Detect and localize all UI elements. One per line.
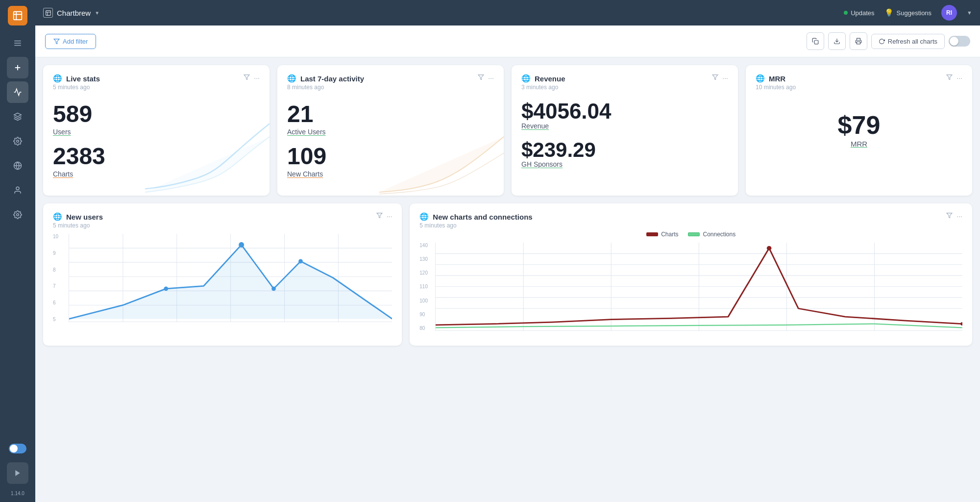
updates-label: Updates: [851, 9, 874, 17]
legend-connections-label: Connections: [703, 231, 735, 238]
new-charts-filter-icon[interactable]: [946, 212, 953, 220]
mrr-filter-icon[interactable]: [946, 74, 953, 82]
gh-sponsors-value: $239.29: [521, 140, 728, 160]
live-stats-actions: ···: [244, 74, 260, 82]
new-users-globe-icon: 🌐: [53, 212, 62, 221]
svg-marker-21: [712, 75, 718, 80]
sidebar-add-icon[interactable]: [7, 57, 28, 78]
main-area: Chartbrew ▼ Updates 💡 Suggestions RI ▼: [35, 0, 980, 502]
sidebar-settings-icon[interactable]: [7, 130, 28, 152]
print-button[interactable]: [850, 32, 867, 50]
revenue-card: 🌐 Revenue 3 minutes ago ···: [512, 65, 738, 196]
auto-refresh-toggle[interactable]: [949, 36, 970, 47]
charts-label: Charts: [53, 170, 260, 178]
topbar: Chartbrew ▼ Updates 💡 Suggestions RI ▼: [35, 0, 980, 25]
sidebar-user-icon[interactable]: [7, 179, 28, 201]
total-revenue-stat: $4056.04 Revenue: [521, 100, 728, 130]
mrr-label: MRR: [756, 140, 962, 148]
new-charts-line-chart: [436, 243, 962, 330]
new-users-actions: ···: [376, 212, 392, 220]
refresh-button[interactable]: Refresh all charts: [871, 34, 945, 49]
svg-point-37: [298, 259, 303, 263]
revenue-more-icon[interactable]: ···: [722, 74, 728, 82]
live-stats-title: Live stats: [66, 75, 100, 83]
last-7day-filter-icon[interactable]: [478, 74, 484, 82]
live-stats-content: 589 Users 2383 Charts: [53, 93, 260, 178]
refresh-icon: [879, 38, 885, 45]
chart-legend: Charts Connections: [419, 231, 962, 238]
live-stats-globe-icon: 🌐: [53, 74, 62, 83]
live-stats-card: 🌐 Live stats 5 minutes ago ···: [43, 65, 270, 196]
mrr-value: $79: [756, 112, 962, 138]
new-charts-more-icon[interactable]: ···: [956, 212, 962, 220]
live-stats-more-icon[interactable]: ···: [254, 74, 260, 82]
mrr-content: $79 MRR: [756, 93, 962, 148]
suggestions-label: Suggestions: [897, 9, 932, 17]
copy-button[interactable]: [807, 32, 824, 50]
mrr-title: MRR: [769, 75, 785, 83]
revenue-timestamp: 3 minutes ago: [521, 84, 565, 91]
new-charts-timestamp: 5 minutes ago: [419, 222, 532, 229]
live-stats-users: 589 Users: [53, 102, 260, 136]
sidebar-connections-icon[interactable]: [7, 106, 28, 127]
sidebar-global-icon[interactable]: [7, 155, 28, 176]
sidebar-play-icon[interactable]: [7, 462, 28, 484]
user-avatar[interactable]: RI: [941, 5, 957, 21]
new-charts-header: 🌐 New charts and connections 5 minutes a…: [419, 212, 962, 229]
sidebar-menu-icon[interactable]: [7, 32, 28, 54]
mrr-timestamp: 10 minutes ago: [756, 84, 796, 91]
last-7day-actions: ···: [478, 74, 494, 82]
updates-dot: [844, 11, 848, 15]
live-stats-header: 🌐 Live stats 5 minutes ago ···: [53, 74, 260, 91]
brand-chevron[interactable]: ▼: [95, 10, 99, 16]
dashboard: 🌐 Live stats 5 minutes ago ···: [35, 57, 980, 353]
legend-charts-label: Charts: [661, 231, 678, 238]
mrr-header: 🌐 MRR 10 minutes ago ···: [756, 74, 962, 91]
last-7day-header: 🌐 Last 7-day activity 8 minutes ago ···: [287, 74, 494, 91]
suggestions-link[interactable]: 💡 Suggestions: [884, 8, 932, 17]
new-charts-actions: ···: [946, 212, 962, 220]
new-charts-globe-icon: 🌐: [419, 212, 429, 221]
svg-marker-23: [377, 213, 382, 218]
new-users-y-labels: 10 9 8 7 6 5: [53, 234, 68, 322]
svg-rect-18: [857, 42, 860, 44]
revenue-title: Revenue: [535, 75, 565, 83]
download-icon: [833, 38, 840, 45]
sidebar-toggle-icon[interactable]: [7, 438, 28, 459]
filter-icon: [53, 38, 60, 45]
stat-cards-row: 🌐 Live stats 5 minutes ago ···: [43, 65, 972, 196]
sidebar-charts-icon[interactable]: [7, 81, 28, 103]
live-stats-charts: 2383 Charts: [53, 145, 260, 178]
svg-point-35: [239, 242, 244, 248]
refresh-label: Refresh all charts: [888, 38, 937, 45]
svg-marker-11: [15, 470, 20, 476]
revenue-filter-icon[interactable]: [712, 74, 718, 82]
add-filter-button[interactable]: Add filter: [45, 34, 96, 49]
mrr-more-icon[interactable]: ···: [956, 74, 962, 82]
last-7day-more-icon[interactable]: ···: [488, 74, 494, 82]
last-7day-card: 🌐 Last 7-day activity 8 minutes ago ···: [277, 65, 504, 196]
revenue-globe-icon: 🌐: [521, 74, 531, 83]
topbar-right: Updates 💡 Suggestions RI ▼: [844, 5, 972, 21]
live-stats-filter-icon[interactable]: [244, 74, 250, 82]
svg-marker-22: [947, 75, 952, 80]
avatar-chevron[interactable]: ▼: [967, 10, 972, 16]
charts-value: 2383: [53, 145, 260, 168]
copy-icon: [812, 38, 819, 45]
sidebar-team-settings-icon[interactable]: [7, 204, 28, 226]
gh-sponsors-label: GH Sponsors: [521, 160, 728, 168]
svg-point-50: [767, 246, 772, 251]
new-users-filter-icon[interactable]: [376, 212, 383, 220]
sidebar: 1.14.0: [0, 0, 35, 502]
live-stats-timestamp: 5 minutes ago: [53, 84, 100, 91]
new-users-more-icon[interactable]: ···: [387, 212, 392, 220]
updates-link[interactable]: Updates: [844, 9, 874, 17]
revenue-header: 🌐 Revenue 3 minutes ago ···: [521, 74, 728, 91]
users-value: 589: [53, 102, 260, 126]
download-button[interactable]: [828, 32, 846, 50]
version-label: 1.14.0: [11, 491, 24, 496]
svg-marker-15: [54, 39, 59, 44]
new-users-chart-inner: [69, 234, 392, 322]
toggle-knob: [950, 37, 958, 46]
brand-name: Chartbrew: [57, 9, 91, 17]
